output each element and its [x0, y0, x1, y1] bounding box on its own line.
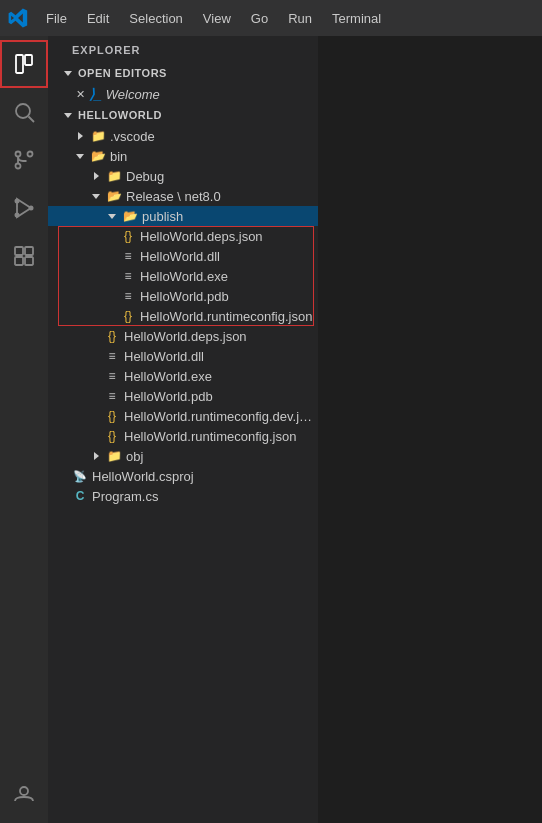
menu-bar: File Edit Selection View Go Run Terminal — [36, 0, 391, 36]
menu-run[interactable]: Run — [278, 0, 322, 36]
tree-item-runtimeconfig[interactable]: {} HelloWorld.runtimeconfig.json — [48, 426, 318, 446]
svg-rect-14 — [25, 257, 33, 265]
close-icon[interactable]: ✕ — [76, 88, 85, 101]
tree-item-bin[interactable]: 📂 bin — [48, 146, 318, 166]
svg-point-8 — [15, 213, 20, 218]
dll-publish-label: HelloWorld.dll — [140, 249, 220, 264]
tree-item-obj[interactable]: 📁 obj — [48, 446, 318, 466]
bin-folder-chevron — [72, 148, 88, 164]
main-area: EXPLORER OPEN EDITORS ✕ ⟩_ Welcome HELLO… — [0, 36, 542, 823]
menu-terminal[interactable]: Terminal — [322, 0, 391, 36]
activity-search[interactable] — [0, 88, 48, 136]
exe-label: HelloWorld.exe — [124, 369, 212, 384]
release-folder-label: Release \ net8.0 — [126, 189, 221, 204]
editor-content — [318, 36, 542, 823]
vscode-icon: ⟩_ — [89, 86, 102, 102]
sidebar: EXPLORER OPEN EDITORS ✕ ⟩_ Welcome HELLO… — [48, 36, 318, 823]
menu-edit[interactable]: Edit — [77, 0, 119, 36]
pdb-label: HelloWorld.pdb — [124, 389, 213, 404]
tree-item-dll[interactable]: ≡ HelloWorld.dll — [48, 346, 318, 366]
tree-item-runtimeconfig-publish[interactable]: {} HelloWorld.runtimeconfig.json — [48, 306, 318, 326]
helloworld-label: HELLOWORLD — [78, 109, 162, 121]
tree-item-exe[interactable]: ≡ HelloWorld.exe — [48, 366, 318, 386]
menu-go[interactable]: Go — [241, 0, 278, 36]
tree-item-exe-publish[interactable]: ≡ HelloWorld.exe — [48, 266, 318, 286]
tree-item-dll-publish[interactable]: ≡ HelloWorld.dll — [48, 246, 318, 266]
activity-source-control[interactable] — [0, 136, 48, 184]
csproj-icon: 📡 — [72, 468, 88, 484]
runtimeconfig-dev-label: HelloWorld.runtimeconfig.dev.json — [124, 409, 318, 424]
json-icon-runtimeconfig-dev: {} — [104, 408, 120, 424]
helloworld-header[interactable]: HELLOWORLD — [48, 104, 318, 126]
svg-point-15 — [20, 787, 28, 795]
activity-extensions[interactable] — [0, 232, 48, 280]
obj-folder-chevron — [88, 448, 104, 464]
tree-item-debug[interactable]: 📁 Debug — [48, 166, 318, 186]
explorer-title: EXPLORER — [48, 36, 318, 62]
exe-icon: ≡ — [104, 368, 120, 384]
svg-point-9 — [15, 199, 20, 204]
folder-icon-bin: 📂 — [90, 148, 106, 164]
menu-file[interactable]: File — [36, 0, 77, 36]
pdb-publish-label: HelloWorld.pdb — [140, 289, 229, 304]
exe-publish-label: HelloWorld.exe — [140, 269, 228, 284]
folder-icon-release: 📂 — [106, 188, 122, 204]
activity-accounts[interactable] — [0, 771, 48, 819]
json-icon-runtimeconfig-publish: {} — [120, 308, 136, 324]
publish-folder-label: publish — [142, 209, 183, 224]
open-editors-header[interactable]: OPEN EDITORS — [48, 62, 318, 84]
menu-selection[interactable]: Selection — [119, 0, 192, 36]
debug-folder-chevron — [88, 168, 104, 184]
runtimeconfig-publish-label: HelloWorld.runtimeconfig.json — [140, 309, 312, 324]
publish-children-box: {} HelloWorld.deps.json ≡ HelloWorld.dll… — [48, 226, 318, 326]
pdb-icon: ≡ — [104, 388, 120, 404]
release-folder-chevron — [88, 188, 104, 204]
tree-item-deps-json-publish[interactable]: {} HelloWorld.deps.json — [48, 226, 318, 246]
svg-point-6 — [28, 152, 33, 157]
svg-point-5 — [16, 164, 21, 169]
tree-item-pdb[interactable]: ≡ HelloWorld.pdb — [48, 386, 318, 406]
tree-item-deps-json[interactable]: {} HelloWorld.deps.json — [48, 326, 318, 346]
dll-icon-publish: ≡ — [120, 248, 136, 264]
open-editors-chevron — [60, 65, 76, 81]
vscode-folder-label: .vscode — [110, 129, 155, 144]
titlebar: File Edit Selection View Go Run Terminal — [0, 0, 542, 36]
welcome-label: Welcome — [106, 87, 160, 102]
exe-icon-publish: ≡ — [120, 268, 136, 284]
menu-view[interactable]: View — [193, 0, 241, 36]
vscode-folder-chevron — [72, 128, 88, 144]
svg-point-2 — [16, 104, 30, 118]
open-editors-label: OPEN EDITORS — [78, 67, 167, 79]
json-icon-runtimeconfig: {} — [104, 428, 120, 444]
activity-bar — [0, 36, 48, 823]
tree-item-csproj[interactable]: 📡 HelloWorld.csproj — [48, 466, 318, 486]
svg-rect-11 — [15, 247, 23, 255]
runtimeconfig-label: HelloWorld.runtimeconfig.json — [124, 429, 296, 444]
svg-point-4 — [16, 152, 21, 157]
folder-icon-obj: 📁 — [106, 448, 122, 464]
folder-icon-debug: 📁 — [106, 168, 122, 184]
svg-rect-12 — [25, 247, 33, 255]
tree-item-publish[interactable]: 📂 publish — [48, 206, 318, 226]
debug-folder-label: Debug — [126, 169, 164, 184]
tree-item-runtimeconfig-dev[interactable]: {} HelloWorld.runtimeconfig.dev.json — [48, 406, 318, 426]
svg-point-10 — [29, 206, 34, 211]
svg-rect-13 — [15, 257, 23, 265]
tree-item-program-cs[interactable]: C Program.cs — [48, 486, 318, 506]
open-editor-welcome[interactable]: ✕ ⟩_ Welcome — [48, 84, 318, 104]
helloworld-chevron — [60, 107, 76, 123]
activity-run-debug[interactable] — [0, 184, 48, 232]
deps-json-label: HelloWorld.deps.json — [124, 329, 247, 344]
json-icon-deps-publish: {} — [120, 228, 136, 244]
program-cs-label: Program.cs — [92, 489, 158, 504]
app-logo — [0, 0, 36, 36]
dll-label: HelloWorld.dll — [124, 349, 204, 364]
folder-icon-vscode: 📁 — [90, 128, 106, 144]
tree-item-release[interactable]: 📂 Release \ net8.0 — [48, 186, 318, 206]
cs-icon: C — [72, 488, 88, 504]
folder-icon-publish: 📂 — [122, 208, 138, 224]
activity-explorer[interactable] — [0, 40, 48, 88]
tree-item-vscode[interactable]: 📁 .vscode — [48, 126, 318, 146]
svg-line-3 — [29, 117, 35, 123]
tree-item-pdb-publish[interactable]: ≡ HelloWorld.pdb — [48, 286, 318, 306]
